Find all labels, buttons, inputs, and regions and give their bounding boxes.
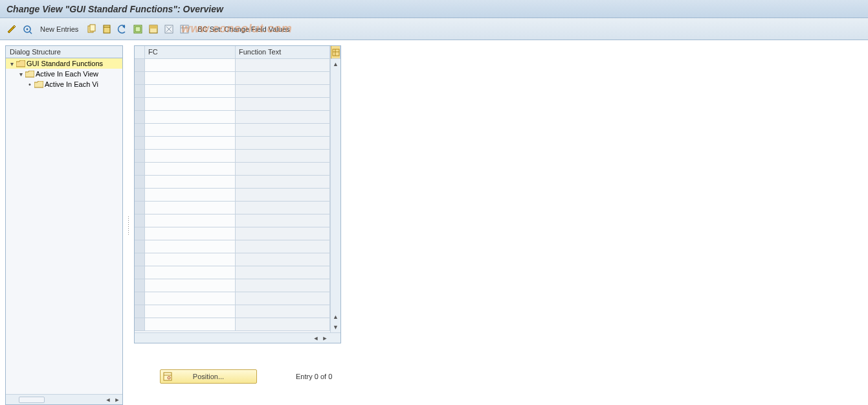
cell-fc[interactable]	[145, 72, 236, 85]
svg-rect-5	[104, 25, 110, 33]
cell-fc[interactable]	[145, 266, 236, 279]
select-block-icon[interactable]	[147, 23, 160, 36]
cell-fc[interactable]	[145, 189, 236, 202]
cell-function-text[interactable]	[236, 163, 330, 176]
cell-fc[interactable]	[145, 163, 236, 176]
row-selector[interactable]	[135, 266, 145, 279]
row-selector[interactable]	[135, 214, 145, 227]
row-selector[interactable]	[135, 227, 145, 240]
copy-as-icon[interactable]	[85, 23, 98, 36]
cell-fc[interactable]	[145, 214, 236, 227]
config-table-icon[interactable]	[178, 23, 191, 36]
grid-vscroll[interactable]: ▲ ▲ ▼	[330, 46, 340, 332]
row-selector[interactable]	[135, 72, 145, 85]
grid-vscroll-up-icon[interactable]: ▲	[331, 59, 340, 69]
cell-function-text[interactable]	[236, 111, 330, 124]
row-selector[interactable]	[135, 98, 145, 111]
grid-vscroll-down-icon[interactable]: ▼	[331, 322, 340, 332]
cell-fc[interactable]	[145, 98, 236, 111]
tree-hscroll-thumb[interactable]	[19, 397, 45, 403]
cell-fc[interactable]	[145, 202, 236, 214]
cell-fc[interactable]	[145, 253, 236, 266]
undo-icon[interactable]	[116, 23, 129, 36]
cell-function-text[interactable]	[236, 98, 330, 111]
cell-fc[interactable]	[145, 279, 236, 292]
grid-header-function-text[interactable]: Function Text	[236, 46, 330, 59]
row-selector[interactable]	[135, 176, 145, 189]
cell-function-text[interactable]	[236, 253, 330, 266]
cell-fc[interactable]	[145, 111, 236, 124]
tree-hscroll[interactable]: ◄ ►	[6, 394, 122, 404]
row-selector[interactable]	[135, 111, 145, 124]
grid-hscroll-right-icon[interactable]: ►	[321, 334, 329, 342]
vertical-splitter[interactable]	[127, 45, 130, 405]
cell-function-text[interactable]	[236, 266, 330, 279]
cell-function-text[interactable]	[236, 189, 330, 202]
cell-function-text[interactable]	[236, 59, 330, 72]
row-selector[interactable]	[135, 292, 145, 305]
cell-function-text[interactable]	[236, 137, 330, 150]
cell-function-text[interactable]	[236, 202, 330, 214]
cell-function-text[interactable]	[236, 176, 330, 189]
row-selector[interactable]	[135, 305, 145, 318]
delete-icon[interactable]	[100, 23, 113, 36]
cell-function-text[interactable]	[236, 150, 330, 163]
tree-toggle-icon[interactable]: ▾	[8, 60, 15, 67]
cell-fc[interactable]	[145, 227, 236, 240]
tree-hscroll-left-icon[interactable]: ◄	[104, 396, 112, 404]
cell-fc[interactable]	[145, 150, 236, 163]
other-view-icon[interactable]	[21, 23, 34, 36]
row-selector[interactable]	[135, 189, 145, 202]
cell-fc[interactable]	[145, 137, 236, 150]
cell-function-text[interactable]	[236, 240, 330, 253]
select-all-icon[interactable]	[131, 23, 144, 36]
row-selector[interactable]	[135, 150, 145, 163]
row-selector[interactable]	[135, 240, 145, 253]
cell-function-text[interactable]	[236, 279, 330, 292]
row-selector[interactable]	[135, 124, 145, 137]
tree-hscroll-right-icon[interactable]: ►	[113, 396, 121, 404]
grid-vscroll-track[interactable]	[331, 69, 340, 312]
grid-hscroll[interactable]: ◄ ►	[135, 332, 340, 343]
tree-node[interactable]: •Active In Each Vi	[6, 79, 122, 89]
row-selector[interactable]	[135, 59, 145, 72]
cell-function-text[interactable]	[236, 227, 330, 240]
cell-fc[interactable]	[145, 240, 236, 253]
tree-node[interactable]: ▾GUI Standard Functions	[6, 58, 122, 69]
bc-set-label[interactable]: BC Set: Change Field Values	[194, 25, 293, 33]
cell-function-text[interactable]	[236, 305, 330, 318]
row-selector[interactable]	[135, 253, 145, 266]
cell-fc[interactable]	[145, 318, 236, 331]
row-selector[interactable]	[135, 202, 145, 214]
tree-toggle-icon[interactable]: ▾	[17, 71, 24, 78]
cell-function-text[interactable]	[236, 72, 330, 85]
grid-hscroll-left-icon[interactable]: ◄	[312, 334, 320, 342]
cell-fc[interactable]	[145, 85, 236, 98]
table-row	[135, 240, 330, 253]
cell-fc[interactable]	[145, 124, 236, 137]
position-button[interactable]: Position...	[160, 369, 257, 384]
row-selector[interactable]	[135, 85, 145, 98]
grid-header-selector[interactable]	[135, 46, 145, 59]
row-selector[interactable]	[135, 318, 145, 331]
cell-function-text[interactable]	[236, 292, 330, 305]
cell-fc[interactable]	[145, 305, 236, 318]
row-selector[interactable]	[135, 137, 145, 150]
table-row	[135, 253, 330, 266]
grid-vscroll-up2-icon[interactable]: ▲	[331, 312, 340, 322]
table-settings-icon[interactable]	[331, 46, 340, 59]
new-entries-button[interactable]: New Entries	[36, 23, 82, 36]
cell-function-text[interactable]	[236, 214, 330, 227]
row-selector[interactable]	[135, 163, 145, 176]
cell-function-text[interactable]	[236, 318, 330, 331]
cell-fc[interactable]	[145, 176, 236, 189]
deselect-all-icon[interactable]	[162, 23, 175, 36]
cell-fc[interactable]	[145, 59, 236, 72]
tree-node[interactable]: ▾Active In Each View	[6, 69, 122, 79]
cell-function-text[interactable]	[236, 124, 330, 137]
grid-header-fc[interactable]: FC	[145, 46, 236, 59]
cell-fc[interactable]	[145, 292, 236, 305]
toggle-change-icon[interactable]	[5, 23, 18, 36]
row-selector[interactable]	[135, 279, 145, 292]
cell-function-text[interactable]	[236, 85, 330, 98]
